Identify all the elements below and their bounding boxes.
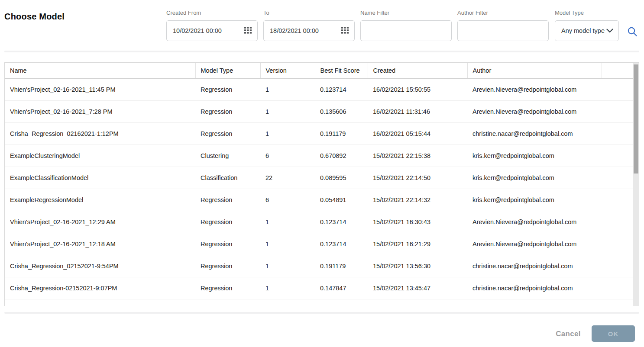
header-divider [4, 51, 639, 52]
cell-version: 1 [260, 78, 315, 101]
calendar-grid-icon [244, 27, 252, 34]
cell-name: ExampleClusteringModel [5, 145, 195, 167]
created-to-input[interactable] [264, 21, 341, 41]
cell-best-fit-score: 0.191179 [315, 255, 368, 277]
cell-author: Arevien.Nievera@redpointglobal.com [467, 233, 602, 255]
cell-version: 1 [260, 211, 315, 233]
cell-author: christine.nacar@redpointglobal.com [467, 123, 602, 145]
cell-author: Arevien.Nievera@redpointglobal.com [467, 101, 602, 123]
cell-created: 15/02/2021 22:14:50 [368, 167, 467, 189]
column-header-version: Version [260, 63, 315, 78]
cell-created: 16/02/2021 11:31:46 [368, 101, 467, 123]
cell-model-type: Regression [195, 299, 260, 306]
filter-created-from: Created From [166, 10, 258, 41]
created-from-calendar-button[interactable] [244, 27, 252, 34]
table-row[interactable]: Crisha_Regression-02152021-9:07PM Regres… [5, 277, 639, 299]
cell-created: 15/02/2021 13:56:30 [368, 255, 467, 277]
cell-author: kris.kerr@redpointglobal.com [467, 189, 602, 211]
cell-created: 16/02/2021 05:15:44 [368, 123, 467, 145]
cell-created: 15/02/2021 13:45:47 [368, 277, 467, 299]
cell-version: 1 [260, 101, 315, 123]
table-row[interactable]: ExampleClusteringModel Clustering 6 0.67… [5, 145, 639, 167]
cell-created: 15/02/2021 08:06:57 [368, 299, 467, 306]
cell-created: 15/02/2021 22:14:32 [368, 189, 467, 211]
author-filter-label: Author Filter [457, 10, 549, 16]
cell-author: christine.nacar@redpointglobal.com [467, 277, 602, 299]
cell-name: ExampleRPMModel [5, 299, 195, 306]
search-icon [627, 26, 638, 37]
table-row[interactable]: ExampleClassificationModel Classificatio… [5, 167, 639, 189]
footer-divider [4, 312, 639, 314]
dialog-title: Choose Model [4, 12, 65, 22]
cell-best-fit-score: 0.147847 [315, 277, 368, 299]
name-filter-input[interactable] [361, 21, 451, 41]
ok-button[interactable]: OK [592, 325, 635, 342]
name-filter-label: Name Filter [360, 10, 452, 16]
cell-version: 6 [260, 189, 315, 211]
cell-model-type: Classification [195, 167, 260, 189]
search-button[interactable] [626, 25, 639, 38]
cell-author: kris.kerr@redpointglobal.com [467, 299, 602, 306]
cell-version: 1 [260, 233, 315, 255]
model-type-label: Model Type [555, 10, 619, 16]
cell-version: 1 [260, 123, 315, 145]
table-row[interactable]: ExampleRPMModel Regression 2 0 15/02/202… [5, 299, 639, 306]
table-row[interactable]: Vhien'sProject_02-16-2021_11:45 PM Regre… [5, 78, 639, 101]
model-type-select[interactable]: Any model type [555, 20, 619, 41]
cell-model-type: Regression [195, 233, 260, 255]
cell-author: Arevien.Nievera@redpointglobal.com [467, 211, 602, 233]
created-to-label: To [263, 10, 355, 16]
vertical-scrollbar[interactable] [633, 63, 639, 306]
cell-name: Vhien'sProject_02-16-2021_11:45 PM [5, 78, 195, 101]
cell-best-fit-score: 0.089595 [315, 167, 368, 189]
column-header-author: Author [467, 63, 602, 78]
cell-author: Arevien.Nievera@redpointglobal.com [467, 78, 602, 101]
filter-name: Name Filter [360, 10, 452, 41]
cell-name: Crisha_Regression_02152021-9:54PM [5, 255, 195, 277]
model-table-body: Vhien'sProject_02-16-2021_11:45 PM Regre… [5, 78, 639, 306]
cell-best-fit-score: 0.670892 [315, 145, 368, 167]
created-from-label: Created From [166, 10, 258, 16]
column-header-name: Name [5, 63, 195, 78]
filter-created-to: To [263, 10, 355, 41]
column-header-created: Created [368, 63, 467, 78]
cell-created: 15/02/2021 22:15:38 [368, 145, 467, 167]
cell-name: Crisha_Regression_02162021-1:12PM [5, 123, 195, 145]
cell-name: Crisha_Regression-02152021-9:07PM [5, 277, 195, 299]
cell-name: ExampleRegressionModel [5, 189, 195, 211]
created-to-calendar-button[interactable] [341, 27, 349, 34]
table-row[interactable]: Vhien'sProject_02-16-2021_12:18 AM Regre… [5, 233, 639, 255]
cell-model-type: Regression [195, 189, 260, 211]
table-row[interactable]: ExampleRegressionModel Regression 6 0.05… [5, 189, 639, 211]
cell-best-fit-score: 0.123714 [315, 78, 368, 101]
cell-model-type: Clustering [195, 145, 260, 167]
column-header-model-type: Model Type [195, 63, 260, 78]
table-row[interactable]: Crisha_Regression_02162021-1:12PM Regres… [5, 123, 639, 145]
created-from-input[interactable] [167, 21, 244, 41]
scrollbar-thumb[interactable] [634, 64, 638, 174]
cell-best-fit-score: 0.054891 [315, 189, 368, 211]
cancel-button[interactable]: Cancel [551, 327, 586, 341]
filter-model-type: Model Type Any model type [555, 10, 619, 41]
calendar-grid-icon [341, 27, 349, 34]
cell-best-fit-score: 0.123714 [315, 233, 368, 255]
author-filter-input[interactable] [458, 21, 548, 41]
table-row[interactable]: Vhien'sProject_02-16-2021_7:28 PM Regres… [5, 101, 639, 123]
table-row[interactable]: Crisha_Regression_02152021-9:54PM Regres… [5, 255, 639, 277]
filter-author: Author Filter [457, 10, 549, 41]
column-header-best-fit-score: Best Fit Score [315, 63, 368, 78]
model-type-selected-value: Any model type [555, 27, 605, 34]
table-header-row: Name Model Type Version Best Fit Score C… [5, 63, 639, 78]
cell-best-fit-score: 0.135606 [315, 101, 368, 123]
cell-model-type: Regression [195, 211, 260, 233]
table-row[interactable]: Vhien'sProject_02-16-2021_12:29 AM Regre… [5, 211, 639, 233]
cell-name: Vhien'sProject_02-16-2021_7:28 PM [5, 101, 195, 123]
cell-name: ExampleClassificationModel [5, 167, 195, 189]
cell-model-type: Regression [195, 123, 260, 145]
model-table: Name Model Type Version Best Fit Score C… [4, 62, 639, 306]
cell-author: christine.nacar@redpointglobal.com [467, 255, 602, 277]
cell-best-fit-score: 0 [315, 299, 368, 306]
cell-version: 2 [260, 299, 315, 306]
cell-model-type: Regression [195, 78, 260, 101]
cell-model-type: Regression [195, 101, 260, 123]
